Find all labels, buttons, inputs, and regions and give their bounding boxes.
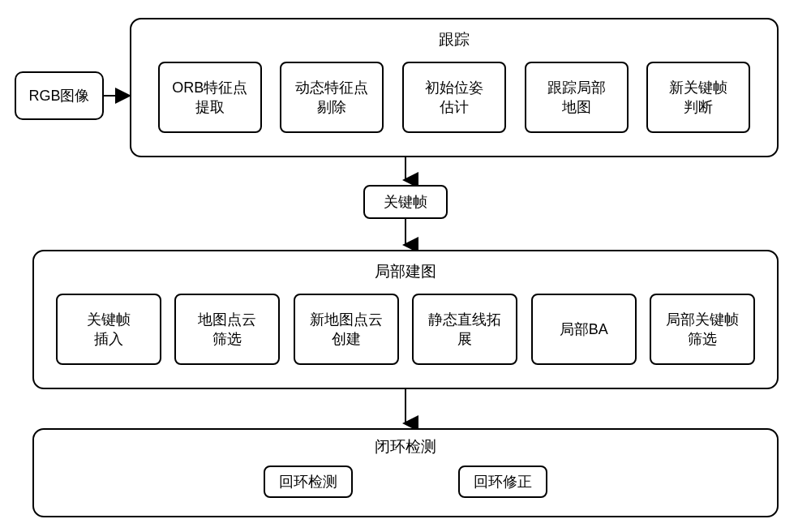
loop-row: 回环检测 回环修正 [34, 466, 777, 508]
mapping-step-2: 新地图点云创建 [294, 294, 399, 365]
mapping-step-3: 静态直线拓展 [412, 294, 517, 365]
mapping-step-1: 地图点云筛选 [174, 294, 280, 365]
tracking-step-3: 跟踪局部地图 [525, 62, 629, 133]
tracking-step-4: 新关键帧判断 [646, 62, 750, 133]
loop-step-1: 回环修正 [458, 466, 547, 498]
mapping-step-0: 关键帧插入 [56, 294, 161, 365]
mapping-step-5: 局部关键帧筛选 [650, 294, 755, 365]
loop-title: 闭环检测 [34, 430, 777, 466]
mapping-title: 局部建图 [34, 251, 777, 294]
mapping-row: 关键帧插入 地图点云筛选 新地图点云创建 静态直线拓展 局部BA 局部关键帧筛选 [34, 294, 777, 378]
input-box: RGB图像 [15, 71, 104, 120]
loop-module: 闭环检测 回环检测 回环修正 [32, 428, 779, 517]
keyframe-box: 关键帧 [363, 185, 448, 219]
tracking-step-0: ORB特征点提取 [158, 62, 262, 133]
tracking-step-2: 初始位姿估计 [402, 62, 506, 133]
tracking-row: ORB特征点提取 动态特征点剔除 初始位姿估计 跟踪局部地图 新关键帧判断 [131, 62, 777, 146]
tracking-title: 跟踪 [131, 19, 777, 62]
input-label: RGB图像 [28, 86, 89, 105]
mapping-step-4: 局部BA [531, 294, 637, 365]
keyframe-label: 关键帧 [384, 192, 427, 212]
loop-step-0: 回环检测 [264, 466, 353, 498]
arrow-mapping-to-loop [397, 389, 414, 433]
tracking-module: 跟踪 ORB特征点提取 动态特征点剔除 初始位姿估计 跟踪局部地图 新关键帧判断 [130, 18, 779, 157]
tracking-step-1: 动态特征点剔除 [280, 62, 384, 133]
mapping-module: 局部建图 关键帧插入 地图点云筛选 新地图点云创建 静态直线拓展 局部BA 局部… [32, 250, 779, 389]
